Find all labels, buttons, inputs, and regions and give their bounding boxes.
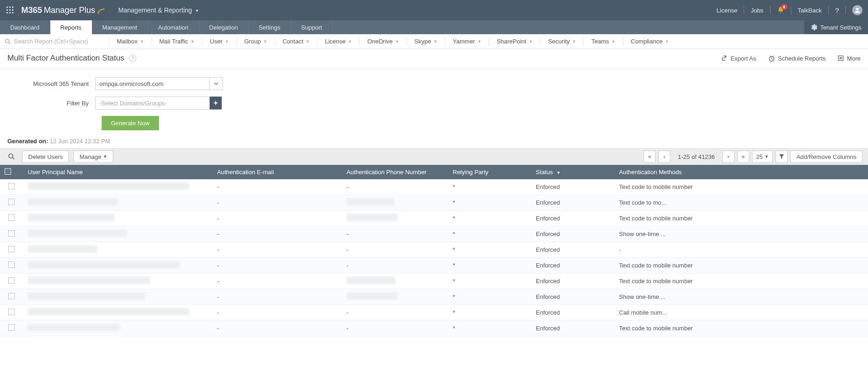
subbar-item-security[interactable]: Security▼ xyxy=(540,37,583,46)
row-checkbox[interactable] xyxy=(8,324,15,331)
delete-users-button[interactable]: Delete Users xyxy=(22,151,69,163)
help-icon[interactable]: ? xyxy=(129,55,136,62)
main-tab-dashboard[interactable]: Dashboard xyxy=(0,20,50,34)
methods-more-link[interactable]: ... xyxy=(662,199,667,206)
phone-redacted xyxy=(346,198,395,206)
page-first-button[interactable]: « xyxy=(643,151,656,163)
caret-down-icon: ▼ xyxy=(103,154,107,159)
page-last-button[interactable]: » xyxy=(737,151,749,163)
svg-rect-8 xyxy=(12,12,13,13)
export-as-button[interactable]: Export As xyxy=(721,55,756,62)
user-icon xyxy=(854,7,861,13)
subbar-item-label: Mailbox xyxy=(117,38,138,45)
report-search[interactable] xyxy=(5,38,106,45)
cell-email: - xyxy=(212,274,342,289)
row-checkbox[interactable] xyxy=(8,261,15,268)
col-upn-header[interactable]: User Principal Name xyxy=(23,165,212,179)
subbar-item-license[interactable]: License▼ xyxy=(317,37,359,46)
cell-methods: Call mobile num... xyxy=(614,305,868,321)
svg-rect-1 xyxy=(9,6,11,8)
help-link[interactable]: ? xyxy=(835,6,839,14)
caret-down-icon: ▼ xyxy=(572,39,576,44)
select-all-checkbox[interactable] xyxy=(5,168,11,175)
col-status-header[interactable]: Status ▼ xyxy=(531,165,614,179)
talkback-link[interactable]: TalkBack xyxy=(798,7,822,14)
caret-down-icon: ▼ xyxy=(765,154,769,159)
row-checkbox[interactable] xyxy=(8,293,15,299)
subbar-item-onedrive[interactable]: OneDrive▼ xyxy=(359,37,407,46)
svg-point-9 xyxy=(856,8,859,11)
user-avatar[interactable] xyxy=(852,5,862,15)
subbar-item-user[interactable]: User▼ xyxy=(202,37,236,46)
row-checkbox[interactable] xyxy=(8,214,15,221)
methods-more-link[interactable]: ... xyxy=(661,293,666,300)
domain-group-select[interactable]: -Select Domains/Groups- xyxy=(95,97,210,109)
schedule-reports-button[interactable]: Schedule Reports xyxy=(768,55,826,62)
subbar-item-compliance[interactable]: Compliance▼ xyxy=(623,37,677,46)
row-checkbox[interactable] xyxy=(8,199,15,205)
row-checkbox[interactable] xyxy=(8,246,15,252)
page-size-select[interactable]: 25 ▼ xyxy=(752,151,773,163)
subbar-item-yammer[interactable]: Yammer▼ xyxy=(445,37,489,46)
more-button[interactable]: More xyxy=(838,55,861,62)
main-tab-delegation[interactable]: Delegation xyxy=(199,20,249,34)
page-next-button[interactable]: › xyxy=(722,151,734,163)
generate-now-button[interactable]: Generate Now xyxy=(102,116,159,130)
upn-redacted xyxy=(28,214,115,221)
upn-redacted xyxy=(28,245,97,253)
subbar-item-mail-traffic[interactable]: Mail Traffic▼ xyxy=(152,37,202,46)
col-email-header[interactable]: Authentication E-mail xyxy=(212,165,342,179)
col-phone-header[interactable]: Authentication Phone Number xyxy=(342,165,448,179)
app-grid-icon[interactable] xyxy=(6,6,15,15)
subbar-item-teams[interactable]: Teams▼ xyxy=(583,37,623,46)
jobs-link[interactable]: Jobs xyxy=(751,7,763,14)
main-tab-support[interactable]: Support xyxy=(291,20,333,34)
row-checkbox[interactable] xyxy=(8,183,15,189)
main-tab-automation[interactable]: Automation xyxy=(148,20,199,34)
subbar-item-label: Teams xyxy=(591,38,609,45)
notifications-button[interactable]: 4 xyxy=(777,6,784,14)
license-link[interactable]: License xyxy=(716,7,737,14)
table-search-button[interactable] xyxy=(6,151,18,163)
context-dropdown[interactable]: Management & Reporting ▾ xyxy=(118,6,198,14)
methods-more-link[interactable]: ... xyxy=(662,309,667,316)
tenant-settings-button[interactable]: Tenant Settings xyxy=(804,20,868,34)
col-methods-header[interactable]: Authentication Methods xyxy=(614,165,868,179)
table-row: -*EnforcedShow one-time ... xyxy=(0,289,868,305)
cell-relying: * xyxy=(448,195,531,211)
row-checkbox[interactable] xyxy=(8,309,15,315)
upn-redacted xyxy=(28,292,146,300)
add-domain-button[interactable]: + xyxy=(210,97,222,109)
subbar-item-skype[interactable]: Skype▼ xyxy=(407,37,445,46)
col-relying-header[interactable]: Relying Party xyxy=(448,165,531,179)
main-tab-reports[interactable]: Reports xyxy=(50,20,92,34)
caret-down-icon: ▼ xyxy=(190,39,194,44)
subbar-item-contact[interactable]: Contact▼ xyxy=(275,37,317,46)
caret-down-icon: ▼ xyxy=(433,39,437,44)
svg-point-17 xyxy=(9,154,13,158)
upn-redacted xyxy=(28,308,189,316)
row-checkbox[interactable] xyxy=(8,230,15,237)
main-tab-settings[interactable]: Settings xyxy=(249,20,291,34)
main-tabs: DashboardReportsManagementAutomationDele… xyxy=(0,20,868,34)
main-tab-management[interactable]: Management xyxy=(92,20,148,34)
manage-dropdown[interactable]: Manage ▼ xyxy=(73,151,113,163)
subbar-item-group[interactable]: Group▼ xyxy=(237,37,275,46)
caret-down-icon: ▼ xyxy=(665,39,669,44)
export-as-label: Export As xyxy=(730,55,756,62)
row-checkbox[interactable] xyxy=(8,277,15,284)
cell-methods: Text code to mobile number xyxy=(614,258,868,274)
cell-email: - xyxy=(212,258,342,274)
subbar-item-sharepoint[interactable]: SharePoint▼ xyxy=(489,37,540,46)
svg-rect-7 xyxy=(9,12,11,13)
cell-relying: * xyxy=(448,226,531,242)
page-prev-button[interactable]: ‹ xyxy=(658,151,670,163)
add-remove-columns-button[interactable]: Add/Remove Columns xyxy=(790,151,862,163)
context-dropdown-label: Management & Reporting xyxy=(118,6,192,14)
methods-more-link[interactable]: ... xyxy=(661,231,666,237)
subbar-item-mailbox[interactable]: Mailbox▼ xyxy=(109,37,152,46)
report-search-input[interactable] xyxy=(14,38,102,45)
tenant-select-caret[interactable] xyxy=(210,77,223,90)
filter-button[interactable] xyxy=(776,151,788,163)
tenant-select[interactable]: ompqa.onmicrosoft.com xyxy=(95,77,210,90)
